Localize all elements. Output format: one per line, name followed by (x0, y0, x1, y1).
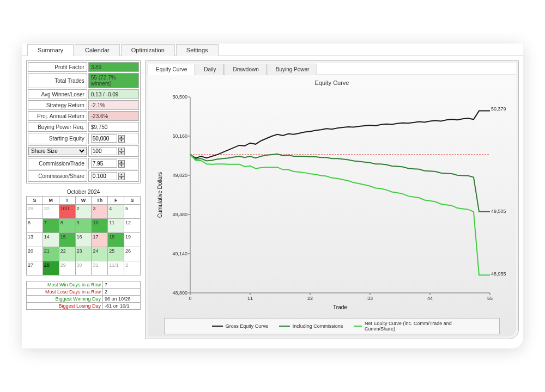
comm-trade-input[interactable] (91, 160, 117, 168)
cal-day[interactable]: 14 (43, 233, 59, 247)
win-row-label: Most Win Days in a Row (27, 281, 103, 289)
legend-label: Net Equity Curve (inc. Comm/Trade and Co… (365, 321, 452, 332)
chart-title: Equity Curve (148, 75, 516, 86)
comm-share-input[interactable] (91, 172, 117, 180)
svg-text:49,140: 49,140 (172, 251, 187, 256)
total-trades-label: Total Trades (28, 73, 87, 88)
cal-day[interactable]: 31 (92, 261, 108, 275)
cal-day[interactable]: 19 (124, 233, 141, 247)
lose-row-value: 2 (103, 289, 141, 296)
tab-daily[interactable]: Daily (196, 64, 224, 75)
total-trades-value: 55 (72.7% winners) (88, 73, 139, 88)
cal-day[interactable]: 27 (27, 261, 43, 275)
svg-text:49,820: 49,820 (172, 173, 187, 178)
legend-label: Including Commissions (293, 323, 343, 329)
svg-text:50,379: 50,379 (491, 106, 506, 112)
cal-day[interactable]: 6 (27, 219, 43, 233)
svg-text:50,160: 50,160 (172, 133, 187, 139)
spin-down-icon[interactable]: ▼ (118, 151, 125, 155)
tab-optimization[interactable]: Optimization (121, 44, 175, 56)
cal-header: M (43, 197, 59, 205)
cal-day[interactable]: 10 (92, 219, 108, 233)
chart-legend: Gross Equity Curve Including Commissions… (164, 318, 500, 334)
cal-header: S (27, 197, 43, 205)
equity-curve-chart: 48,800 49,140 49,480 49,820 50,160 50,50… (148, 86, 516, 315)
cal-day[interactable]: 4 (108, 205, 124, 219)
cal-header: T (59, 197, 75, 205)
cal-day[interactable]: 30 (75, 261, 92, 275)
calendar-grid: S M T W Th F S 29 30 10/1 2 3 4 5 6 7 8 … (26, 196, 141, 275)
cal-day[interactable]: 11/1 (108, 261, 124, 275)
cal-day[interactable]: 29 (59, 261, 75, 275)
share-size-input[interactable] (91, 147, 117, 155)
big-lose-label: Biggest Losing Day (27, 303, 103, 310)
comm-trade-label: Commission/Trade (28, 158, 87, 169)
cal-day[interactable]: 11 (108, 219, 124, 233)
cal-day[interactable]: 3 (92, 205, 108, 219)
profit-factor-value: 3.89 (88, 62, 139, 72)
big-win-value: 96 on 10/28 (103, 296, 141, 303)
strategy-return-label: Strategy Return (28, 100, 87, 110)
main-tabstrip: Summary Calendar Optimization Settings (22, 44, 523, 56)
proj-return-value: -23.6% (88, 111, 139, 121)
svg-text:0: 0 (189, 296, 191, 301)
svg-text:55: 55 (487, 296, 493, 301)
spin-down-icon[interactable]: ▼ (118, 139, 125, 143)
tab-buying-power[interactable]: Buying Power (268, 64, 318, 75)
cal-header: W (75, 197, 92, 205)
cal-day[interactable]: 13 (27, 233, 43, 247)
big-lose-value: -61 on 10/1 (103, 303, 141, 310)
cal-day[interactable]: 10/1 (59, 205, 75, 219)
svg-text:44: 44 (427, 296, 433, 301)
svg-text:11: 11 (247, 296, 253, 301)
cal-header: S (124, 197, 141, 205)
svg-text:48,800: 48,800 (172, 290, 187, 296)
cal-day[interactable]: 25 (108, 247, 124, 261)
cal-day[interactable]: 18 (108, 233, 124, 247)
start-eq-label: Starting Equity (28, 133, 87, 144)
streaks-table: Most Win Days in a Row7 Most Lose Days i… (26, 281, 141, 310)
stats-table: Profit Factor3.89 Total Trades55 (72.7% … (26, 60, 141, 183)
tab-calendar[interactable]: Calendar (75, 44, 120, 56)
cal-day[interactable]: 12 (124, 219, 141, 233)
strategy-return-value: -2.1% (88, 100, 139, 110)
cal-day[interactable]: 30 (43, 205, 59, 219)
spin-down-icon[interactable]: ▼ (118, 164, 125, 168)
spin-down-icon[interactable]: ▼ (118, 176, 125, 180)
cal-day[interactable]: 17 (92, 233, 108, 247)
legend-label: Gross Equity Curve (226, 323, 268, 329)
cal-day[interactable]: 22 (59, 247, 75, 261)
cal-day[interactable]: 23 (75, 247, 92, 261)
svg-text:49,505: 49,505 (491, 209, 506, 214)
avg-wl-value: 0.13 / -0.09 (88, 89, 139, 99)
calendar-title: October 2024 (26, 189, 141, 195)
tab-settings[interactable]: Settings (176, 44, 219, 56)
cal-day[interactable]: 28 (43, 261, 59, 275)
svg-text:33: 33 (367, 296, 373, 301)
tab-summary[interactable]: Summary (27, 44, 74, 56)
cal-day[interactable]: 8 (59, 219, 75, 233)
spin-up-icon[interactable]: ▲ (118, 148, 125, 151)
cal-day[interactable]: 15 (59, 233, 75, 247)
cal-day[interactable]: 24 (92, 247, 108, 261)
cal-day[interactable]: 9 (75, 219, 92, 233)
proj-return-label: Proj. Annual Return (28, 111, 87, 121)
cal-day[interactable]: 20 (27, 247, 43, 261)
cal-day[interactable]: 26 (124, 247, 141, 261)
cal-day[interactable]: 29 (27, 205, 43, 219)
cal-day[interactable]: 2 (75, 205, 92, 219)
spin-up-icon[interactable]: ▲ (118, 160, 125, 164)
cal-day[interactable]: 2 (124, 261, 141, 275)
cal-day[interactable]: 16 (75, 233, 92, 247)
cal-day[interactable]: 5 (124, 205, 141, 219)
starting-equity-input[interactable] (91, 134, 117, 143)
avg-wl-label: Avg Winner/Loser (28, 89, 87, 99)
share-size-select[interactable]: Share Size (28, 147, 87, 155)
spin-up-icon[interactable]: ▲ (118, 135, 125, 139)
cal-day[interactable]: 21 (43, 247, 59, 261)
cal-day[interactable]: 7 (43, 219, 59, 233)
tab-drawdown[interactable]: Drawdown (225, 64, 267, 75)
tab-equity-curve[interactable]: Equity Curve (148, 64, 195, 75)
x-axis-label: Trade (333, 304, 347, 310)
spin-up-icon[interactable]: ▲ (118, 173, 125, 176)
